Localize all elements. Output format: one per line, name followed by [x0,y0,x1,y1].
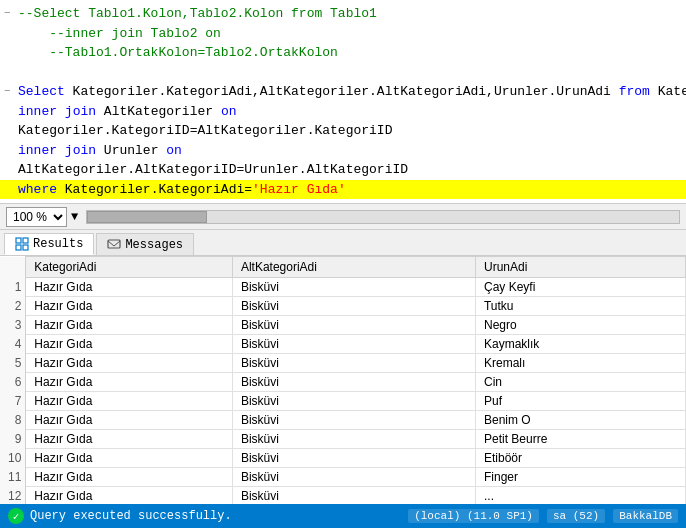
code-text-6: inner join AltKategoriler on [18,102,682,122]
table-cell: Bisküvi [232,354,475,373]
svg-rect-1 [23,238,28,243]
code-line-6: inner join AltKategoriler on [0,102,686,122]
code-text-7: Kategoriler.KategoriID=AltKategoriler.Ka… [18,121,682,141]
status-message: Query executed successfully. [30,509,402,523]
collapse-icon-5[interactable]: − [4,82,18,100]
table-cell: Hazır Gıda [26,487,233,505]
code-line-8: inner join Urunler on [0,141,686,161]
collapse-icon-7 [4,121,18,122]
table-cell: Puf [475,392,685,411]
table-cell: Hazır Gıda [26,411,233,430]
collapse-icon-6 [4,102,18,103]
table-cell: Hazır Gıda [26,335,233,354]
table-body: 1Hazır GıdaBisküviÇay Keyfi2Hazır GıdaBi… [0,278,686,505]
table-cell: Kremalı [475,354,685,373]
col-header-altkategoriadi: AltKategoriAdi [232,257,475,278]
table-row[interactable]: 12Hazır GıdaBisküvi... [0,487,686,505]
results-area[interactable]: KategoriAdi AltKategoriAdi UrunAdi 1Hazı… [0,256,686,504]
table-cell: Bisküvi [232,392,475,411]
table-row[interactable]: 11Hazır GıdaBisküviFinger [0,468,686,487]
code-editor[interactable]: − --Select Tablo1.Kolon,Tablo2.Kolon fro… [0,0,686,204]
table-cell: Bisküvi [232,373,475,392]
col-header-urunadi: UrunAdi [475,257,685,278]
code-line-blank [0,63,686,83]
status-user: sa (52) [547,509,605,523]
horizontal-scrollbar[interactable] [86,210,680,224]
row-number: 12 [0,487,26,505]
table-cell: Bisküvi [232,487,475,505]
table-cell: Tutku [475,297,685,316]
collapse-icon-10 [4,180,18,181]
tab-messages-label: Messages [125,238,183,252]
zoom-select[interactable]: 100 % 75 % 125 % [6,207,67,227]
table-cell: Bisküvi [232,335,475,354]
table-cell: Bisküvi [232,278,475,297]
row-number: 11 [0,468,26,487]
code-text-2: --inner join Tablo2 on [18,24,682,44]
collapse-icon-9 [4,160,18,161]
table-row[interactable]: 9Hazır GıdaBisküviPetit Beurre [0,430,686,449]
table-cell: Hazır Gıda [26,354,233,373]
table-row[interactable]: 6Hazır GıdaBisküviCin [0,373,686,392]
row-number: 7 [0,392,26,411]
success-icon: ✓ [8,508,24,524]
row-number: 10 [0,449,26,468]
table-cell: Negro [475,316,685,335]
code-text-8: inner join Urunler on [18,141,682,161]
code-line-3: --Tablo1.OrtakKolon=Tablo2.OrtakKolon [0,43,686,63]
collapse-icon-2 [4,24,18,25]
table-row[interactable]: 7Hazır GıdaBisküviPuf [0,392,686,411]
tab-messages[interactable]: Messages [96,233,194,255]
code-line-9: AltKategoriler.AltKategoriID=Urunler.Alt… [0,160,686,180]
table-cell: Hazır Gıda [26,449,233,468]
code-text-10: where Kategoriler.KategoriAdi='Hazır Gıd… [18,180,682,200]
status-right: (local) (11.0 SP1) sa (52) BakkalDB [408,509,678,523]
col-header-kategoriadi: KategoriAdi [26,257,233,278]
collapse-icon-1[interactable]: − [4,4,18,22]
table-cell: Kaymaklık [475,335,685,354]
code-text-3: --Tablo1.OrtakKolon=Tablo2.OrtakKolon [18,43,682,63]
tab-results[interactable]: Results [4,233,94,255]
tabs-bar: Results Messages [0,230,686,256]
code-line-5: − Select Kategoriler.KategoriAdi,AltKate… [0,82,686,102]
row-number: 5 [0,354,26,373]
table-cell: Hazır Gıda [26,430,233,449]
zoom-arrow-icon: ▼ [71,210,78,224]
code-line-7: Kategoriler.KategoriID=AltKategoriler.Ka… [0,121,686,141]
code-text-blank [18,63,682,83]
row-number: 6 [0,373,26,392]
table-cell: Benim O [475,411,685,430]
code-text-5: Select Kategoriler.KategoriAdi,AltKatego… [18,82,686,102]
code-line-2: --inner join Tablo2 on [0,24,686,44]
table-row[interactable]: 4Hazır GıdaBisküviKaymaklık [0,335,686,354]
table-cell: Cin [475,373,685,392]
row-number: 3 [0,316,26,335]
svg-rect-2 [16,245,21,250]
row-number: 1 [0,278,26,297]
table-cell: Bisküvi [232,430,475,449]
table-cell: Bisküvi [232,297,475,316]
code-text-9: AltKategoriler.AltKategoriID=Urunler.Alt… [18,160,682,180]
table-row[interactable]: 10Hazır GıdaBisküviEtiböör [0,449,686,468]
row-number-header [0,257,26,278]
table-cell: Bisküvi [232,316,475,335]
table-cell: Petit Beurre [475,430,685,449]
table-cell: ... [475,487,685,505]
status-db: BakkalDB [613,509,678,523]
grid-icon [15,237,29,251]
results-table: KategoriAdi AltKategoriAdi UrunAdi 1Hazı… [0,256,686,504]
message-icon [107,238,121,252]
table-row[interactable]: 3Hazır GıdaBisküviNegro [0,316,686,335]
table-row[interactable]: 1Hazır GıdaBisküviÇay Keyfi [0,278,686,297]
table-header-row: KategoriAdi AltKategoriAdi UrunAdi [0,257,686,278]
table-cell: Hazır Gıda [26,468,233,487]
table-row[interactable]: 8Hazır GıdaBisküviBenim O [0,411,686,430]
svg-rect-0 [16,238,21,243]
table-row[interactable]: 2Hazır GıdaBisküviTutku [0,297,686,316]
table-cell: Etiböör [475,449,685,468]
table-cell: Finger [475,468,685,487]
code-line-1: − --Select Tablo1.Kolon,Tablo2.Kolon fro… [0,4,686,24]
table-row[interactable]: 5Hazır GıdaBisküviKremalı [0,354,686,373]
table-cell: Bisküvi [232,449,475,468]
scroll-thumb[interactable] [87,211,207,223]
